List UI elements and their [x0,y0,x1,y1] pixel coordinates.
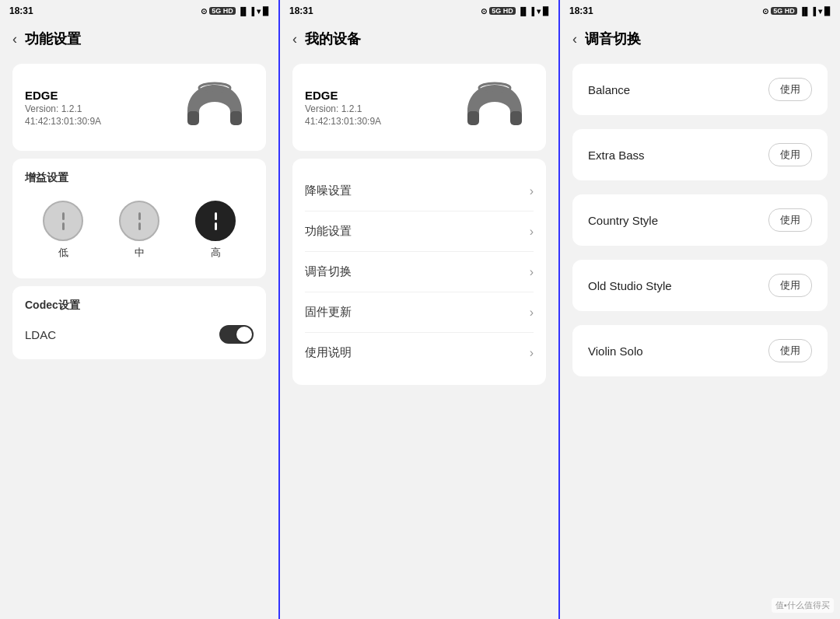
use-button-violin-solo[interactable]: 使用 [768,339,812,362]
headphone-image-1 [176,76,254,138]
use-button-extra-bass[interactable]: 使用 [768,143,812,166]
use-button-country-style[interactable]: 使用 [768,208,812,232]
headphone-image-2 [456,76,534,138]
use-button-old-studio-style[interactable]: 使用 [768,274,812,297]
menu-label-firmware: 固件更新 [305,305,352,320]
eq-name-balance: Balance [588,83,630,96]
gain-bar-2 [62,222,65,230]
signal-badge-3: 5G HD [771,7,797,15]
eq-item-balance: Balance 使用 [572,64,828,115]
gain-bar-1 [62,212,65,220]
gain-label-high: 高 [211,246,221,260]
gain-knob-mid[interactable] [119,201,159,241]
device-card-2: EDGE Version: 1.2.1 41:42:13:01:30:9A [292,64,546,151]
eq-item-country-style: Country Style 使用 [572,194,828,246]
codec-card: Codec设置 LDAC [12,286,266,359]
menu-item-manual[interactable]: 使用说明 › [305,333,534,372]
menu-item-function-settings[interactable]: 功能设置 › [305,212,534,252]
gain-knob-inner-mid [134,210,145,232]
eq-name-extra-bass: Extra Bass [588,149,645,162]
gain-knob-low[interactable] [43,201,83,241]
ldac-toggle[interactable] [219,325,254,344]
nav-title-3: 调音切换 [585,30,641,48]
back-button-1[interactable]: ‹ [12,31,17,47]
nav-bar-2: ‹ 我的设备 [280,22,558,56]
eq-item-violin-solo: Violin Solo 使用 [572,325,828,376]
gain-section-title: 增益设置 [25,171,254,185]
back-button-2[interactable]: ‹ [292,31,297,47]
signal-icon-1: ▐▌▐ [238,7,254,16]
tiktok-icon-2: ⊙ [481,7,487,16]
panel-eq-switch: 18:31 ⊙ 5G HD ▐▌▐ ▾ ▉ ‹ 调音切换 Balance 使用 … [560,0,840,619]
use-button-balance[interactable]: 使用 [768,78,812,101]
svg-rect-3 [467,111,479,125]
gain-label-low: 低 [58,246,68,260]
wifi-icon-1: ▾ [257,7,261,16]
device-version-2: Version: 1.2.1 [305,103,381,114]
back-button-3[interactable]: ‹ [572,31,577,47]
gain-bar-6 [215,222,217,230]
gain-bar-4 [138,222,141,230]
headphone-svg-1 [180,79,250,137]
chevron-noise: › [530,184,534,198]
tiktok-icon: ⊙ [201,7,207,16]
status-icons-1: ⊙ 5G HD ▐▌▐ ▾ ▉ [201,7,269,16]
ldac-label: LDAC [25,328,56,341]
status-time-3: 18:31 [569,5,593,16]
menu-item-noise-reduction[interactable]: 降噪设置 › [305,171,534,212]
gain-controls: 低 中 [25,194,254,266]
wifi-icon-3: ▾ [818,7,822,16]
panel-my-device: 18:31 ⊙ 5G HD ▐▌▐ ▾ ▉ ‹ 我的设备 EDGE Versio… [280,0,560,619]
status-bar-3: 18:31 ⊙ 5G HD ▐▌▐ ▾ ▉ [560,0,840,22]
device-mac-1: 41:42:13:01:30:9A [25,116,101,127]
gain-card: 增益设置 低 [12,159,266,278]
toggle-thumb-ldac [236,327,252,342]
status-bar-2: 18:31 ⊙ 5G HD ▐▌▐ ▾ ▉ [280,0,558,22]
signal-icon-3: ▐▌▐ [800,7,816,16]
gain-item-low[interactable]: 低 [43,201,83,260]
status-time-1: 18:31 [9,5,33,16]
nav-bar-1: ‹ 功能设置 [0,22,278,56]
content-3: Balance 使用 Extra Bass 使用 Country Style 使… [560,56,840,619]
nav-bar-3: ‹ 调音切换 [560,22,840,56]
chevron-firmware: › [530,306,534,320]
content-1: EDGE Version: 1.2.1 41:42:13:01:30:9A 增益… [0,56,278,619]
watermark: 值▪什么值得买 [772,598,834,613]
device-card-1: EDGE Version: 1.2.1 41:42:13:01:30:9A [12,64,266,151]
svg-rect-4 [510,111,522,125]
device-info-2: EDGE Version: 1.2.1 41:42:13:01:30:9A [305,89,381,127]
panel-function-settings: 18:31 ⊙ 5G HD ▐▌▐ ▾ ▉ ‹ 功能设置 EDGE Versio… [0,0,280,619]
gain-bar-5 [215,212,217,220]
nav-title-2: 我的设备 [305,30,361,48]
device-info-1: EDGE Version: 1.2.1 41:42:13:01:30:9A [25,89,101,127]
gain-item-mid[interactable]: 中 [119,201,159,260]
signal-icon-2: ▐▌▐ [518,7,534,16]
gain-knob-high[interactable] [195,201,236,241]
signal-badge-2: 5G HD [489,7,516,15]
chevron-manual: › [530,346,534,360]
toggle-row-ldac: LDAC [25,322,254,347]
status-bar-1: 18:31 ⊙ 5G HD ▐▌▐ ▾ ▉ [0,0,278,22]
menu-label-function: 功能设置 [305,224,352,239]
signal-badge-1: 5G HD [209,7,236,15]
gain-item-high[interactable]: 高 [195,201,236,260]
eq-name-country-style: Country Style [588,214,658,227]
status-time-2: 18:31 [289,5,313,16]
eq-name-old-studio-style: Old Studio Style [588,279,672,292]
content-2: EDGE Version: 1.2.1 41:42:13:01:30:9A 降噪… [280,56,558,619]
svg-rect-0 [187,111,199,125]
headphone-svg-2 [460,79,530,137]
status-icons-2: ⊙ 5G HD ▐▌▐ ▾ ▉ [481,7,549,16]
gain-label-mid: 中 [135,246,145,260]
nav-title-1: 功能设置 [25,30,81,48]
eq-name-violin-solo: Violin Solo [588,344,643,358]
device-name-2: EDGE [305,89,381,102]
eq-item-old-studio-style: Old Studio Style 使用 [572,260,828,311]
device-mac-2: 41:42:13:01:30:9A [305,116,381,127]
menu-item-firmware[interactable]: 固件更新 › [305,292,534,333]
svg-rect-1 [230,111,242,125]
menu-card: 降噪设置 › 功能设置 › 调音切换 › 固件更新 › 使用说明 › [292,159,546,385]
eq-item-extra-bass: Extra Bass 使用 [572,129,828,180]
menu-item-eq-switch[interactable]: 调音切换 › [305,252,534,292]
gain-bar-3 [138,212,141,220]
